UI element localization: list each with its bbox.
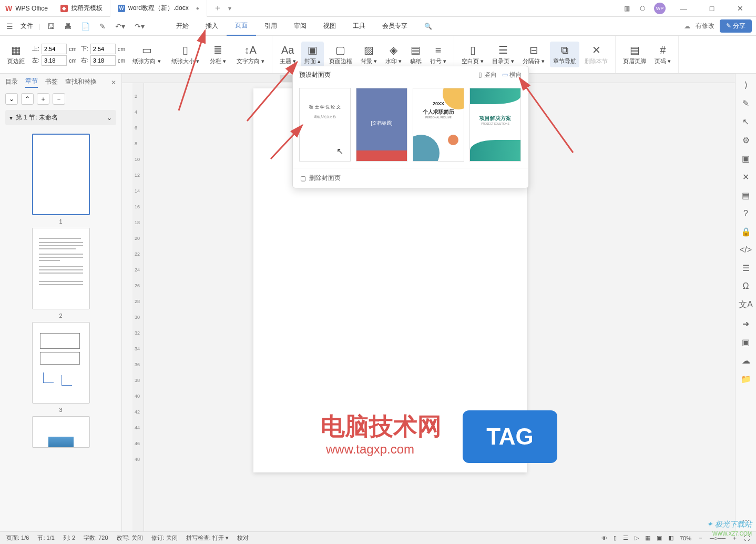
thumbnail-4[interactable]: [32, 416, 90, 448]
margins-button[interactable]: ▦ 页边距: [4, 42, 28, 67]
border-button[interactable]: ▢页面边框: [326, 42, 355, 67]
textdir-button[interactable]: ↕A文字方向 ▾: [233, 42, 268, 67]
omega-icon[interactable]: Ω: [743, 281, 749, 291]
orientation-button[interactable]: ▭纸张方向 ▾: [129, 42, 164, 67]
minimize-button[interactable]: —: [673, 4, 694, 13]
cover-template-4[interactable]: 项目解决方案 PROJECT SOLUTIONS: [469, 88, 521, 162]
view-focus-icon[interactable]: ▣: [657, 535, 662, 541]
redo-icon[interactable]: ↷▾: [132, 21, 147, 32]
cover-template-3[interactable]: 20XX 个人求职简历 PERSONAL RESUME: [413, 88, 464, 162]
lock-icon[interactable]: 🔒: [741, 227, 751, 237]
theme-button[interactable]: Aa主题 ▾: [277, 42, 299, 67]
format-icon[interactable]: ✎: [97, 21, 108, 32]
list-icon[interactable]: ☰: [742, 263, 750, 273]
orientation-landscape[interactable]: ▭ 横向: [502, 70, 522, 79]
cover-button[interactable]: ▣封面 ▴: [301, 42, 324, 67]
print-icon[interactable]: 🖶: [62, 21, 74, 32]
toc-button[interactable]: ☰目录页 ▾: [489, 42, 517, 67]
status-track[interactable]: 改写: 关闭: [117, 534, 143, 542]
view-web-icon[interactable]: ▦: [645, 535, 650, 541]
size-button[interactable]: ▯纸张大小 ▾: [168, 42, 202, 67]
status-page[interactable]: 页面: 1/6: [6, 534, 29, 542]
tab-document[interactable]: W word教程（新）.docx ●: [110, 0, 207, 17]
sidebar-close-icon[interactable]: ✕: [111, 79, 116, 86]
modified-badge[interactable]: 有修改: [696, 22, 714, 31]
separator-button[interactable]: ⊟分隔符 ▾: [519, 42, 548, 67]
blank-button[interactable]: ▯空白页 ▾: [458, 42, 487, 67]
tab-dropdown[interactable]: ▾: [228, 5, 231, 12]
panel-icon[interactable]: ▥: [622, 4, 631, 13]
collapse-button[interactable]: ⌄: [5, 93, 18, 105]
menu-icon[interactable]: ☰: [4, 21, 15, 32]
delsec-button[interactable]: ✕删除本节: [581, 42, 611, 67]
search-button[interactable]: 🔍: [416, 17, 441, 36]
view-eye-icon[interactable]: 👁: [601, 535, 607, 541]
export-icon[interactable]: ➜: [742, 319, 749, 329]
thumbnail-1[interactable]: [32, 134, 90, 215]
pagenum-button[interactable]: #页码 ▾: [651, 42, 674, 67]
help-icon[interactable]: ?: [743, 209, 748, 218]
cursor-icon[interactable]: ↖: [742, 117, 749, 127]
status-words[interactable]: 字数: 720: [84, 534, 108, 542]
layers-icon[interactable]: ▣: [742, 154, 750, 164]
close-button[interactable]: ✕: [730, 4, 751, 13]
undo-icon[interactable]: ↶▾: [113, 21, 127, 32]
tab-close-icon[interactable]: ●: [196, 5, 199, 11]
cover-template-2[interactable]: [文档标题]: [356, 88, 407, 162]
zoom-value[interactable]: 70%: [680, 535, 691, 541]
tab-view[interactable]: 视图: [315, 17, 344, 36]
delete-cover-button[interactable]: ▢ 删除封面页: [293, 168, 528, 188]
file-menu[interactable]: 文件: [21, 22, 33, 31]
sidebar-tab-bookmark[interactable]: 书签: [45, 77, 58, 87]
folder-icon[interactable]: 📁: [741, 374, 751, 384]
sidebar-tab-chapter[interactable]: 章节: [25, 77, 38, 88]
sidebar-tab-find[interactable]: 查找和替换: [65, 77, 97, 87]
remove-button[interactable]: －: [53, 93, 65, 105]
view-page-icon[interactable]: ▯: [614, 535, 617, 541]
settings-icon[interactable]: ⚙: [742, 135, 750, 145]
cube-icon[interactable]: ⬡: [638, 4, 647, 13]
tab-insert[interactable]: 插入: [197, 17, 227, 36]
pen-icon[interactable]: ✎: [742, 98, 749, 108]
status-spell[interactable]: 拼写检查: 打开 ▾: [186, 534, 229, 542]
code-icon[interactable]: </>: [740, 245, 752, 255]
margin-right-input[interactable]: [90, 55, 116, 66]
new-tab-button[interactable]: ＋: [207, 3, 228, 14]
background-button[interactable]: ▨背景 ▾: [357, 42, 380, 67]
save-icon[interactable]: 🖫: [45, 21, 57, 32]
tools-icon[interactable]: ✕: [742, 172, 749, 182]
margin-bottom-input[interactable]: [90, 44, 116, 54]
view-read-icon[interactable]: ▷: [635, 535, 639, 541]
status-column[interactable]: 列: 2: [63, 534, 75, 542]
translate-icon[interactable]: 文A: [739, 299, 753, 310]
watermark-button[interactable]: ◈水印 ▾: [382, 42, 405, 67]
cloud-sync-icon[interactable]: ☁: [742, 356, 750, 366]
move-up-button[interactable]: ⌃: [21, 93, 34, 105]
margin-top-input[interactable]: [42, 44, 67, 54]
columns-button[interactable]: ≣分栏 ▾: [207, 42, 229, 67]
preview-icon[interactable]: 📄: [79, 21, 92, 32]
status-revise[interactable]: 修订: 关闭: [151, 534, 178, 542]
zoom-out-button[interactable]: －: [698, 534, 703, 542]
linenum-button[interactable]: ≡行号 ▾: [427, 42, 449, 67]
status-section[interactable]: 节: 1/1: [37, 534, 54, 542]
lined-button[interactable]: ▤稿纸: [407, 42, 425, 67]
headerfooter-button[interactable]: ▤页眉页脚: [620, 42, 649, 67]
tab-page[interactable]: 页面: [227, 17, 256, 36]
collapse-pane-icon[interactable]: ⟩: [744, 80, 748, 90]
section-selector[interactable]: ▾第 1 节: 未命名⌄: [5, 110, 116, 125]
tab-templates[interactable]: ◆ 找稻壳模板: [53, 0, 110, 17]
tab-member[interactable]: 会员专享: [374, 17, 416, 36]
view-mode-icon[interactable]: ◧: [668, 535, 673, 541]
margin-left-input[interactable]: [42, 55, 67, 66]
tab-review[interactable]: 审阅: [285, 17, 315, 36]
sidebar-tab-toc[interactable]: 目录: [5, 77, 18, 87]
nav-button[interactable]: ⧉章节导航: [550, 42, 579, 67]
note-icon[interactable]: ▤: [742, 190, 750, 200]
view-outline-icon[interactable]: ☰: [623, 535, 628, 541]
tab-tools[interactable]: 工具: [344, 17, 374, 36]
share-button[interactable]: ✎ 分享: [720, 19, 752, 33]
status-proof[interactable]: 校对: [237, 534, 249, 542]
thumbnail-2[interactable]: [32, 228, 90, 309]
add-button[interactable]: ＋: [37, 93, 49, 105]
